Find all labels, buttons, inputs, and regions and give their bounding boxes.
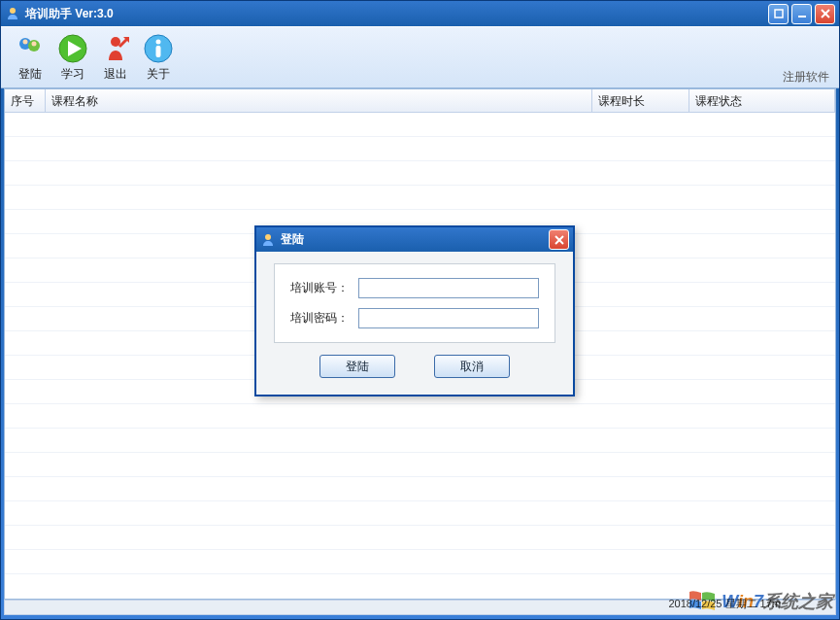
svg-point-0 — [10, 8, 16, 14]
col-header-name[interactable]: 课程名称 — [46, 89, 592, 112]
password-row: 培训密码： — [290, 308, 539, 328]
close-button[interactable] — [815, 4, 835, 24]
toolbar-exit[interactable]: 退出 — [94, 29, 137, 86]
svg-point-14 — [156, 39, 161, 44]
toolbar-exit-label: 退出 — [94, 66, 137, 83]
toolbar: 登陆 学习 退出 关于 注册软件 — [1, 26, 839, 88]
account-row: 培训账号： — [290, 278, 539, 298]
minimize-button[interactable] — [791, 4, 812, 24]
table-row — [5, 137, 835, 161]
table-row — [5, 550, 835, 574]
table-row — [5, 404, 835, 429]
password-input[interactable] — [358, 308, 539, 328]
account-label: 培训账号： — [290, 280, 358, 296]
table-row — [5, 113, 835, 137]
login-button[interactable]: 登陆 — [319, 355, 395, 378]
svg-point-8 — [32, 41, 37, 46]
cancel-button[interactable]: 取消 — [434, 355, 510, 378]
col-header-duration[interactable]: 课程时长 — [592, 89, 689, 112]
table-header: 序号 课程名称 课程时长 课程状态 — [5, 89, 835, 113]
timestamp: 2018/12/25 星期二 17:n — [668, 597, 781, 611]
toolbar-about[interactable]: 关于 — [137, 29, 180, 86]
exit-icon — [100, 33, 131, 64]
about-icon — [143, 33, 174, 64]
window-controls — [768, 4, 835, 24]
col-header-seq[interactable]: 序号 — [5, 89, 46, 112]
table-row — [5, 429, 835, 453]
login-icon — [15, 33, 46, 64]
study-icon — [57, 33, 88, 64]
dialog-buttons: 登陆 取消 — [274, 355, 555, 378]
dialog-body: 培训账号： 培训密码： 登陆 取消 — [256, 252, 573, 386]
dialog-title: 登陆 — [281, 231, 549, 248]
restore-button[interactable] — [768, 4, 789, 24]
col-header-status[interactable]: 课程状态 — [689, 89, 835, 112]
password-label: 培训密码： — [290, 310, 358, 327]
account-input[interactable] — [358, 278, 539, 298]
app-icon — [5, 6, 20, 21]
titlebar: 培训助手 Ver:3.0 — [1, 1, 839, 26]
svg-point-7 — [23, 39, 28, 44]
table-row — [5, 477, 835, 501]
svg-rect-1 — [775, 10, 783, 17]
dialog-app-icon — [260, 232, 276, 248]
svg-point-16 — [265, 234, 271, 240]
table-row — [5, 186, 835, 210]
toolbar-login-label: 登陆 — [9, 66, 51, 83]
dialog-titlebar: 登陆 — [256, 227, 573, 252]
main-window: 培训助手 Ver:3.0 登陆 学习 — [0, 0, 840, 620]
svg-rect-15 — [156, 46, 161, 57]
toolbar-login[interactable]: 登陆 — [9, 29, 51, 86]
window-title: 培训助手 Ver:3.0 — [25, 6, 768, 22]
toolbar-study[interactable]: 学习 — [51, 29, 94, 86]
register-link[interactable]: 注册软件 — [783, 69, 829, 86]
table-row — [5, 501, 835, 526]
login-dialog: 登陆 培训账号： 培训密码： 登陆 取消 — [254, 225, 575, 396]
toolbar-about-label: 关于 — [137, 66, 180, 83]
table-row — [5, 453, 835, 477]
toolbar-study-label: 学习 — [51, 66, 94, 83]
table-row — [5, 161, 835, 186]
table-row — [5, 526, 835, 550]
login-fieldset: 培训账号： 培训密码： — [274, 263, 555, 343]
dialog-close-button[interactable] — [549, 229, 569, 250]
